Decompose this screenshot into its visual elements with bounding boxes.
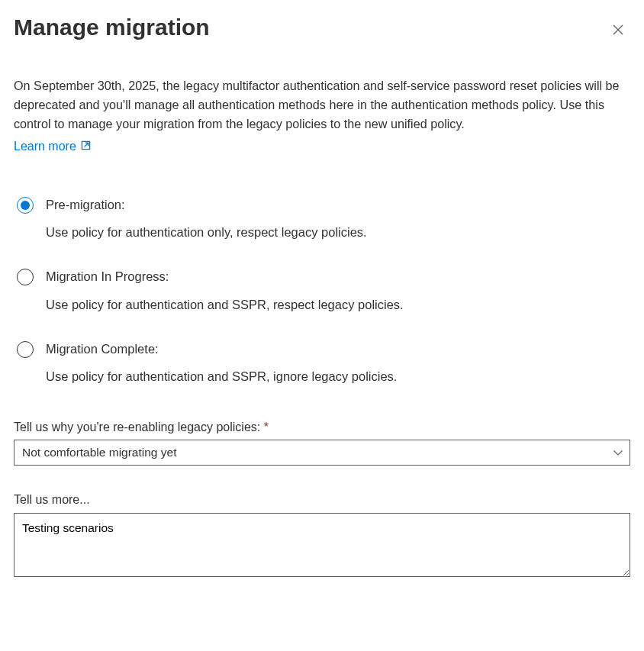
more-label: Tell us more... bbox=[14, 491, 630, 508]
radio-option-desc: Use policy for authentication and SSPR, … bbox=[46, 296, 630, 313]
radio-option-in-progress[interactable]: Migration In Progress: Use policy for au… bbox=[17, 268, 630, 313]
reason-select-value: Not comfortable migrating yet bbox=[22, 445, 176, 461]
reason-label: Tell us why you're re-enabling legacy po… bbox=[14, 419, 630, 436]
intro-text: On September 30th, 2025, the legacy mult… bbox=[14, 76, 630, 134]
learn-more-label: Learn more bbox=[14, 138, 76, 155]
more-textarea[interactable] bbox=[14, 513, 630, 577]
radio-indicator bbox=[17, 341, 34, 358]
migration-state-radio-group: Pre-migration: Use policy for authentica… bbox=[17, 196, 630, 385]
page-title: Manage migration bbox=[14, 14, 210, 41]
required-marker: * bbox=[264, 421, 269, 433]
svg-line-3 bbox=[84, 143, 88, 147]
radio-option-title: Migration In Progress: bbox=[46, 268, 630, 285]
learn-more-link[interactable]: Learn more bbox=[14, 138, 91, 155]
radio-option-title: Migration Complete: bbox=[46, 340, 630, 357]
external-link-icon bbox=[81, 138, 91, 155]
radio-option-pre-migration[interactable]: Pre-migration: Use policy for authentica… bbox=[17, 196, 630, 241]
radio-option-title: Pre-migration: bbox=[46, 196, 630, 213]
radio-option-desc: Use policy for authentication only, resp… bbox=[46, 224, 630, 240]
radio-indicator bbox=[17, 197, 34, 214]
radio-option-desc: Use policy for authentication and SSPR, … bbox=[46, 368, 630, 385]
close-icon bbox=[613, 24, 623, 37]
reason-select[interactable]: Not comfortable migrating yet bbox=[14, 440, 630, 466]
close-button[interactable] bbox=[606, 18, 630, 43]
radio-option-complete[interactable]: Migration Complete: Use policy for authe… bbox=[17, 340, 630, 385]
radio-indicator bbox=[17, 269, 34, 285]
chevron-down-icon bbox=[613, 447, 623, 458]
